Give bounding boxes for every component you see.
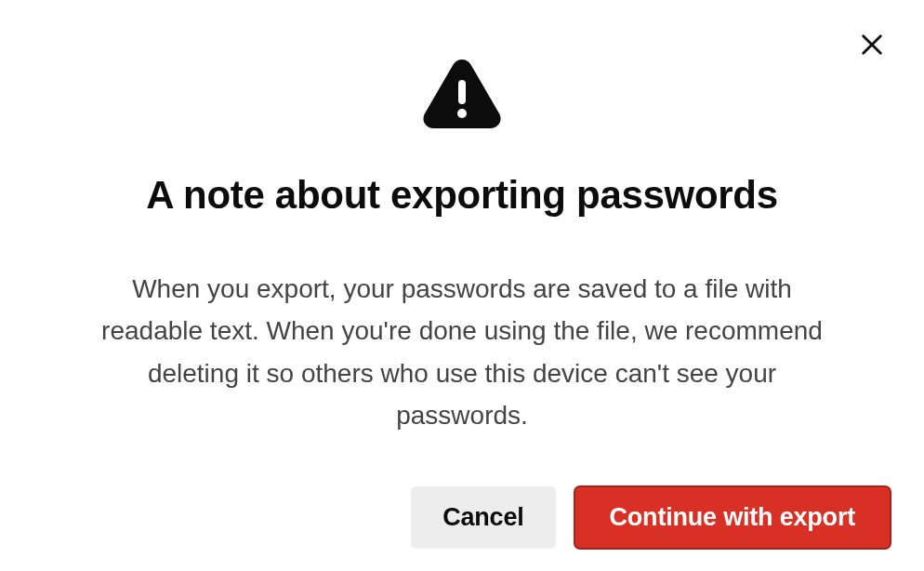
svg-rect-2 (458, 80, 466, 104)
warning-icon (421, 58, 503, 128)
cancel-button[interactable]: Cancel (411, 486, 555, 549)
dialog-button-row: Cancel Continue with export (411, 486, 891, 549)
dialog-title: A note about exporting passwords (146, 173, 778, 218)
close-button[interactable] (855, 28, 889, 64)
close-icon (859, 32, 885, 60)
dialog-body-text: When you export, your passwords are save… (53, 268, 871, 436)
export-passwords-dialog: A note about exporting passwords When yo… (0, 0, 924, 571)
continue-export-button[interactable]: Continue with export (574, 486, 891, 549)
svg-point-3 (457, 109, 467, 118)
